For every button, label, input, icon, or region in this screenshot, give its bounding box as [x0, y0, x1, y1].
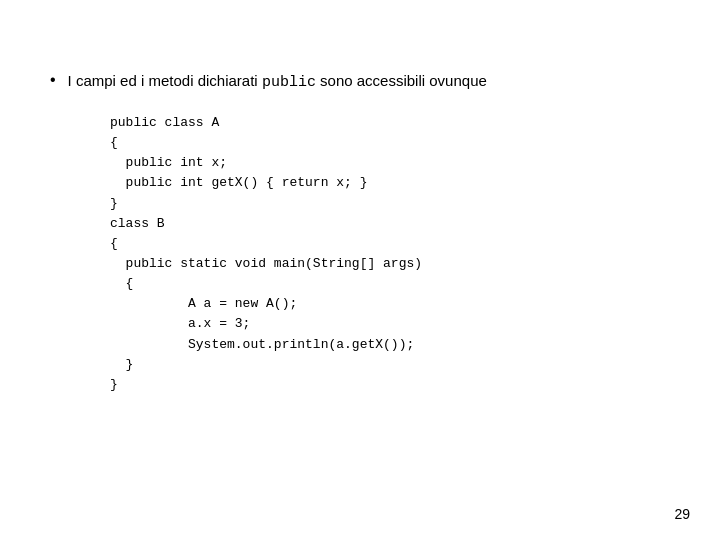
- bullet-inline-code: public: [262, 74, 316, 91]
- page-number: 29: [674, 506, 690, 522]
- bullet-text: I campi ed i metodi dichiarati public so…: [68, 70, 487, 93]
- bullet-point: • I campi ed i metodi dichiarati public …: [50, 70, 670, 93]
- slide: • I campi ed i metodi dichiarati public …: [0, 0, 720, 540]
- code-block: public class A { public int x; public in…: [110, 113, 670, 395]
- bullet-icon: •: [50, 71, 56, 89]
- bullet-text-before: I campi ed i metodi dichiarati: [68, 72, 262, 89]
- bullet-text-after: sono accessibili ovunque: [316, 72, 487, 89]
